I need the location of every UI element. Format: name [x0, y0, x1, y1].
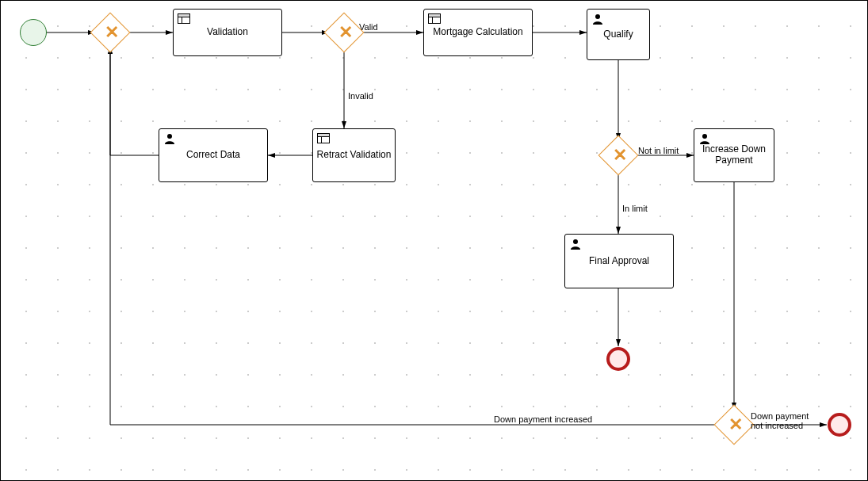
- task-label: Validation: [207, 27, 248, 38]
- svg-point-8: [595, 14, 600, 19]
- start-event[interactable]: [20, 19, 47, 46]
- task-label: Mortgage Calculation: [433, 27, 522, 38]
- task-correct-data[interactable]: Correct Data: [159, 128, 268, 182]
- task-label: Increase Down Payment: [698, 144, 770, 166]
- svg-rect-7: [429, 14, 441, 17]
- user-icon: [591, 13, 604, 25]
- gateway-x-icon: ✕: [728, 419, 740, 430]
- user-icon: [569, 238, 582, 250]
- edge-label-dp-not-increased: Down payment not increased: [751, 411, 822, 430]
- end-event-not-increased[interactable]: [828, 413, 851, 437]
- task-increase-down-payment[interactable]: Increase Down Payment: [694, 128, 774, 182]
- task-retract-validation[interactable]: Retract Validation: [312, 128, 396, 182]
- business-rule-icon: [317, 132, 330, 145]
- task-final-approval[interactable]: Final Approval: [564, 234, 674, 288]
- edge-label-not-in-limit: Not in limit: [638, 146, 679, 155]
- edge-label-invalid: Invalid: [348, 91, 373, 101]
- gateway-x-icon: ✕: [338, 27, 350, 38]
- task-label: Final Approval: [589, 256, 649, 267]
- end-event-approved[interactable]: [606, 347, 630, 371]
- edge-label-valid: Valid: [359, 22, 378, 32]
- edge-label-dp-increased: Down payment increased: [494, 414, 592, 424]
- task-mortgage-calculation[interactable]: Mortgage Calculation: [423, 9, 533, 56]
- edge-label-in-limit: In limit: [622, 204, 648, 213]
- svg-rect-3: [178, 14, 190, 17]
- task-qualify[interactable]: Qualify: [587, 9, 650, 60]
- user-icon: [163, 132, 176, 145]
- svg-point-13: [167, 134, 172, 139]
- task-label: Qualify: [603, 29, 633, 40]
- gateway-down-payment-check[interactable]: ✕: [720, 410, 748, 439]
- business-rule-icon: [178, 13, 190, 25]
- task-label: Correct Data: [186, 150, 240, 161]
- gateway-limit-check[interactable]: ✕: [604, 141, 633, 170]
- task-label: Retract Validation: [317, 150, 392, 161]
- gateway-x-icon: ✕: [105, 27, 116, 38]
- business-rule-icon: [428, 13, 441, 25]
- svg-point-14: [702, 134, 707, 139]
- gateway-x-icon: ✕: [613, 150, 624, 161]
- bpmn-canvas[interactable]: ✕ Validation ✕ Mortgage Calculation Qual…: [0, 0, 868, 481]
- svg-rect-12: [318, 134, 330, 137]
- task-validation[interactable]: Validation: [173, 9, 282, 56]
- user-icon: [698, 132, 711, 145]
- svg-point-15: [573, 239, 578, 244]
- gateway-merge-1[interactable]: ✕: [96, 18, 124, 47]
- gateway-valid-check[interactable]: ✕: [330, 18, 358, 47]
